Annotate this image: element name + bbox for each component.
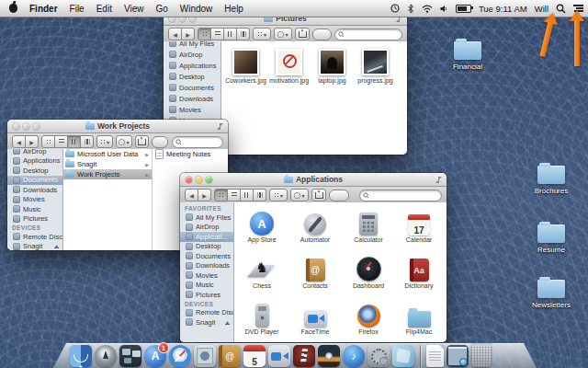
- desktop-folder-financial[interactable]: Financial: [442, 41, 493, 71]
- back-button[interactable]: ◀: [185, 189, 198, 201]
- apple-menu-icon[interactable]: [9, 4, 17, 13]
- file-coworkers[interactable]: Coworkers.jpg: [224, 49, 267, 84]
- sidebar-item-applications[interactable]: Applications: [164, 60, 220, 71]
- dock-trash-icon[interactable]: [471, 345, 492, 367]
- arrange-button[interactable]: ▾: [253, 28, 271, 40]
- icon-view-button[interactable]: [214, 189, 228, 201]
- list-view-button[interactable]: [211, 28, 224, 40]
- minimize-button[interactable]: [23, 123, 29, 130]
- sidebar-item-all-my-files[interactable]: All My Files: [164, 41, 220, 49]
- spotlight-icon[interactable]: [556, 4, 566, 14]
- search-input[interactable]: [183, 138, 220, 146]
- fullscreen-button[interactable]: [217, 123, 223, 130]
- sidebar-item-pictures[interactable]: Pictures: [180, 290, 233, 300]
- share-button[interactable]: [135, 135, 149, 148]
- dock-blue-app-icon[interactable]: [392, 345, 414, 367]
- forward-button[interactable]: ▶: [26, 135, 39, 148]
- sidebar-item-all-my-files[interactable]: All My Files: [180, 213, 233, 223]
- sidebar-item-snagit[interactable]: Snagit▲: [180, 317, 233, 328]
- search-field[interactable]: [359, 190, 442, 201]
- share-button[interactable]: [311, 189, 326, 201]
- dock-safari-icon[interactable]: [169, 345, 191, 367]
- app-automator[interactable]: Automator: [288, 208, 342, 243]
- arrange-button[interactable]: ▾: [269, 189, 288, 201]
- desktop-folder-newsletters[interactable]: Newsletters: [526, 280, 577, 309]
- forward-button[interactable]: ▶: [198, 189, 211, 201]
- dock-mail-icon[interactable]: [194, 345, 216, 367]
- column-view-button[interactable]: [68, 135, 81, 148]
- wifi-icon[interactable]: [422, 5, 433, 13]
- dock-facetime-icon[interactable]: [268, 345, 290, 367]
- column-item-work-projects[interactable]: Work Projects▶: [62, 169, 152, 179]
- menu-finder[interactable]: Finder: [29, 4, 58, 14]
- sidebar-item-movies[interactable]: Movies: [7, 195, 62, 205]
- app-dictionary[interactable]: Aa Dictionary: [392, 254, 446, 289]
- coverflow-view-button[interactable]: [254, 189, 266, 201]
- battery-icon[interactable]: [456, 5, 471, 13]
- dock-launchpad-icon[interactable]: [95, 345, 117, 367]
- close-button[interactable]: [13, 123, 19, 130]
- menu-window[interactable]: Window: [180, 4, 213, 14]
- column-item-meeting-notes[interactable]: Meeting Notes: [153, 149, 228, 159]
- sidebar-item-downloads[interactable]: Downloads: [164, 93, 220, 104]
- sidebar-item-airdrop[interactable]: AirDrop: [7, 149, 62, 156]
- sidebar-item-desktop[interactable]: Desktop: [7, 166, 62, 176]
- sidebar-item-airdrop[interactable]: AirDrop: [180, 223, 233, 233]
- applications-titlebar[interactable]: Applications: [180, 173, 447, 187]
- sidebar-item-music[interactable]: Music: [180, 281, 233, 291]
- quicklook-button[interactable]: [329, 190, 349, 201]
- file-laptop[interactable]: laptop.jpg: [311, 49, 354, 84]
- icon-view-button[interactable]: [41, 135, 55, 148]
- action-button[interactable]: ▾: [290, 189, 309, 201]
- column-item-snagit[interactable]: Snagit▶: [62, 159, 152, 169]
- app-firefox[interactable]: Firefox: [342, 300, 395, 335]
- sidebar-item-downloads[interactable]: Downloads: [7, 185, 62, 195]
- list-view-button[interactable]: [55, 135, 68, 148]
- search-field[interactable]: [172, 136, 223, 148]
- icon-view-button[interactable]: [198, 28, 211, 40]
- dock-system-preferences-icon[interactable]: [368, 345, 390, 367]
- desktop-folder-brochures[interactable]: Brochures: [526, 166, 577, 195]
- dock-itunes-icon[interactable]: ♪: [343, 345, 365, 367]
- action-button[interactable]: ▾: [116, 135, 132, 148]
- search-field[interactable]: [334, 29, 402, 40]
- eject-icon[interactable]: ▲: [54, 244, 59, 248]
- sidebar-item-desktop[interactable]: Desktop: [180, 242, 233, 252]
- close-button[interactable]: [186, 177, 192, 183]
- sidebar-item-documents[interactable]: Documents: [7, 176, 62, 186]
- dock-app-store-icon[interactable]: A1: [144, 345, 166, 367]
- dock-iphoto-icon[interactable]: [318, 345, 340, 367]
- sidebar-item-remote-disc[interactable]: Remote Disc: [180, 308, 233, 318]
- action-button[interactable]: ▾: [274, 28, 292, 40]
- time-machine-icon[interactable]: [390, 4, 400, 13]
- sidebar-item-applications[interactable]: Applications: [7, 156, 62, 167]
- sidebar-item-movies[interactable]: Movies: [180, 270, 233, 281]
- volume-icon[interactable]: [440, 5, 448, 13]
- menu-file[interactable]: File: [70, 4, 85, 14]
- back-button[interactable]: ◀: [168, 28, 182, 40]
- forward-button[interactable]: ▶: [182, 28, 195, 40]
- search-input[interactable]: [370, 191, 438, 200]
- zoom-button[interactable]: [33, 123, 40, 130]
- file-motivation[interactable]: motivation.jpg: [267, 49, 311, 84]
- dock-contacts-icon[interactable]: @: [219, 345, 241, 367]
- arrange-button[interactable]: ▾: [96, 135, 113, 148]
- column-item-microsoft-user-data[interactable]: Microsoft User Data▶: [62, 149, 152, 159]
- app-contacts[interactable]: @ Contacts: [288, 254, 342, 289]
- sidebar-item-desktop[interactable]: Desktop: [164, 71, 220, 82]
- sidebar-item-remote-disc[interactable]: Remote Disc: [7, 232, 62, 242]
- menu-view[interactable]: View: [124, 4, 144, 14]
- menu-help[interactable]: Help: [224, 4, 243, 14]
- app-dvd-player[interactable]: DVD Player: [235, 300, 288, 335]
- file-progress[interactable]: progress.jpg: [354, 49, 397, 84]
- sidebar-item-applications[interactable]: Applicati...: [180, 232, 233, 242]
- quicklook-button[interactable]: [152, 136, 168, 148]
- sidebar-item-documents[interactable]: Documents: [164, 82, 220, 93]
- coverflow-view-button[interactable]: [237, 28, 250, 40]
- dock-photo-booth-icon[interactable]: [293, 345, 315, 367]
- sidebar-item-pictures[interactable]: Pictures: [7, 214, 62, 224]
- clock-menu[interactable]: Tue 9:11 AM: [479, 4, 527, 14]
- app-flip4mac[interactable]: Flip4Mac: [392, 300, 446, 335]
- menu-edit[interactable]: Edit: [96, 4, 112, 14]
- list-view-button[interactable]: [228, 189, 241, 201]
